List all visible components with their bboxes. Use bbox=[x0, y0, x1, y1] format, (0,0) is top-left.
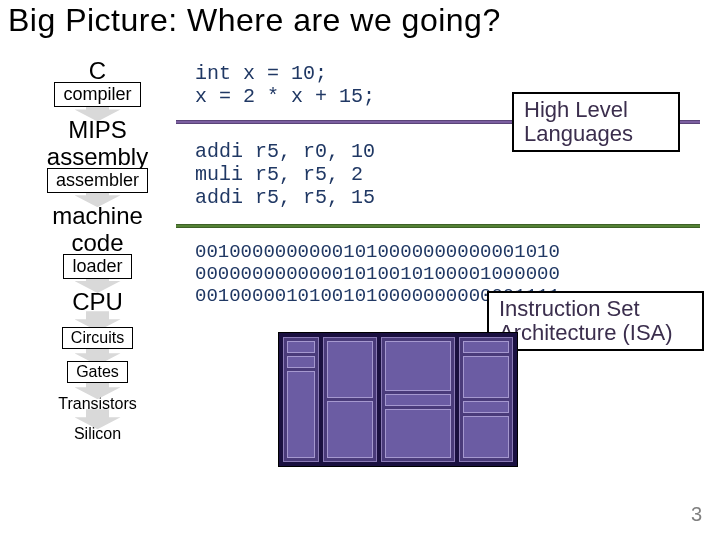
stage-assembler: assembler bbox=[47, 168, 148, 193]
cpu-unit bbox=[459, 337, 514, 462]
stage-loader: loader bbox=[63, 254, 131, 279]
stage-c: C bbox=[89, 58, 106, 84]
c-code: int x = 10; x = 2 * x + 15; bbox=[195, 62, 375, 108]
cpu-unit bbox=[283, 337, 319, 462]
stage-gates: Gates bbox=[67, 361, 128, 383]
abstraction-stack: C compiler MIPS assembly assembler machi… bbox=[25, 58, 170, 443]
slide-title: Big Picture: Where are we going? bbox=[8, 2, 501, 39]
cpu-diagram bbox=[278, 332, 518, 467]
slide: Big Picture: Where are we going? C compi… bbox=[0, 0, 720, 540]
assembly-code: addi r5, r0, 10 muli r5, r5, 2 addi r5, … bbox=[195, 140, 375, 209]
cpu-unit bbox=[323, 337, 378, 462]
divider-asm-bin bbox=[176, 224, 700, 228]
page-number: 3 bbox=[691, 503, 702, 526]
stage-circuits: Circuits bbox=[62, 327, 133, 349]
high-level-languages-box: High Level Languages bbox=[512, 92, 680, 152]
cpu-unit bbox=[381, 337, 454, 462]
stage-mips-assembly: MIPS assembly bbox=[47, 117, 148, 170]
stage-machine-code: machine code bbox=[52, 203, 143, 256]
stage-compiler: compiler bbox=[54, 82, 140, 107]
isa-box: Instruction Set Architecture (ISA) bbox=[487, 291, 704, 351]
